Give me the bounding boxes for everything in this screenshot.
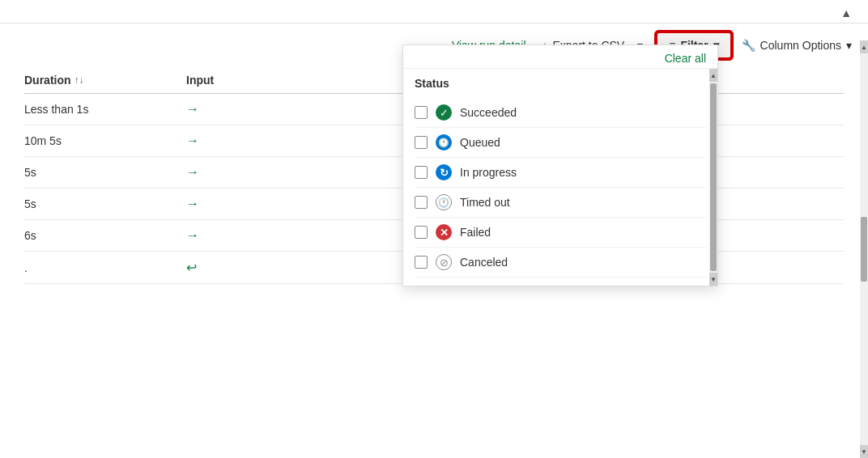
input-cell[interactable]: → [186, 134, 348, 148]
column-options-button[interactable]: 🔧 Column Options ▾ [742, 39, 852, 52]
in-progress-label: In progress [460, 166, 517, 179]
duration-column-header: Duration ↑↓ [24, 74, 186, 87]
failed-label: Failed [460, 226, 491, 239]
duration-cell: 5s [24, 166, 186, 179]
column-options-dropdown-icon: ▾ [846, 39, 852, 52]
input-cell[interactable]: → [186, 102, 348, 117]
input-column-header: Input [186, 74, 348, 87]
wrench-icon: 🔧 [742, 39, 755, 52]
in-progress-icon: ↻ [436, 164, 452, 180]
timed-out-label: Timed out [460, 196, 510, 209]
canceled-checkbox[interactable] [415, 256, 428, 269]
scrollbar-down-arrow[interactable]: ▼ [709, 273, 717, 286]
duration-label: Duration [24, 74, 71, 87]
duration-cell: 5s [24, 197, 186, 210]
sort-icon[interactable]: ↑↓ [74, 74, 84, 86]
filter-item-canceled: ⊘ Canceled [415, 248, 706, 278]
duration-cell: . [24, 261, 186, 274]
top-bar: ▲ [0, 0, 868, 23]
filter-item-in-progress: ↻ In progress [415, 158, 706, 188]
filter-dropdown-panel: Clear all Status ✓ Succeeded 🕐 Queued ↻ … [402, 45, 718, 286]
in-progress-checkbox[interactable] [415, 166, 428, 179]
duration-cell: Less than 1s [24, 103, 186, 116]
queued-checkbox[interactable] [415, 136, 428, 149]
failed-checkbox[interactable] [415, 226, 428, 239]
page-scrollbar[interactable]: ▲ ▼ [860, 40, 868, 458]
page-scrollbar-thumb[interactable] [861, 217, 867, 282]
queued-label: Queued [460, 136, 500, 149]
succeeded-label: Succeeded [460, 106, 517, 119]
clear-all-button[interactable]: Clear all [665, 52, 706, 65]
dropdown-scrollbar[interactable]: ▲ ▼ [709, 69, 717, 286]
succeeded-icon: ✓ [436, 104, 452, 121]
failed-icon: ✕ [436, 224, 452, 240]
succeeded-checkbox[interactable] [415, 106, 428, 119]
filter-dropdown-body: Status ✓ Succeeded 🕐 Queued ↻ In progres… [403, 69, 717, 286]
page-scrollbar-down[interactable]: ▼ [860, 445, 868, 458]
timed-out-checkbox[interactable] [415, 196, 428, 209]
filter-item-succeeded: ✓ Succeeded [415, 98, 706, 128]
scrollbar-up-arrow[interactable]: ▲ [709, 69, 717, 82]
input-cell[interactable]: → [186, 197, 348, 211]
queued-icon: 🕐 [436, 134, 452, 151]
input-cell[interactable]: ↩ [186, 260, 348, 275]
column-options-label: Column Options [760, 39, 841, 52]
filter-dropdown-header: Clear all [403, 45, 717, 69]
page-scrollbar-up[interactable]: ▲ [860, 40, 868, 53]
duration-cell: 6s [24, 229, 186, 242]
canceled-label: Canceled [460, 256, 508, 269]
collapse-icon[interactable]: ▲ [840, 6, 852, 19]
canceled-icon: ⊘ [436, 254, 452, 270]
input-label: Input [186, 74, 214, 87]
scrollbar-thumb[interactable] [710, 83, 717, 271]
filter-item-failed: ✕ Failed [415, 218, 706, 248]
timed-out-icon: 🕐 [436, 194, 452, 210]
duration-cell: 10m 5s [24, 134, 186, 147]
filter-section-title: Status [415, 77, 706, 90]
filter-item-timed-out: 🕐 Timed out [415, 188, 706, 218]
input-cell[interactable]: → [186, 228, 348, 243]
filter-item-queued: 🕐 Queued [415, 128, 706, 158]
input-cell[interactable]: → [186, 165, 348, 180]
